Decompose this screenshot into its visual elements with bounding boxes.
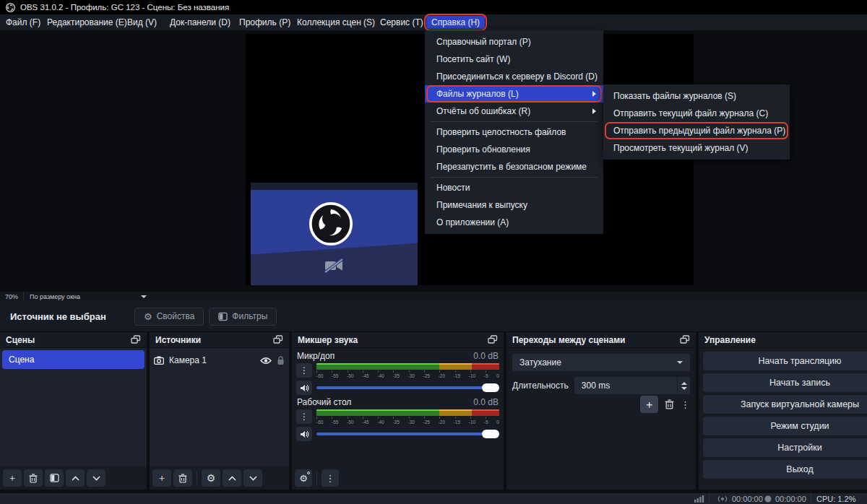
- menu-item-check-file-integrity[interactable]: Проверить целостность файлов: [425, 123, 603, 141]
- window-title: OBS 31.0.2 - Профиль: GC 123 - Сцены: Бе…: [20, 3, 229, 12]
- exit-button[interactable]: Выход: [703, 460, 867, 479]
- menu-item-release-notes[interactable]: Примечания к выпуску: [425, 196, 603, 214]
- menu-edit[interactable]: Редактирование (E): [43, 14, 131, 30]
- menu-item-help-portal[interactable]: Справочный портал (P): [425, 33, 603, 51]
- status-bar: 00:00:00 00:00:00 CPU: 1.2%: [0, 493, 867, 504]
- menu-file[interactable]: Файл (F): [1, 14, 45, 30]
- menu-tools[interactable]: Сервис (T): [376, 14, 428, 30]
- filter-square-icon: [50, 474, 59, 482]
- source-move-up-button[interactable]: [223, 469, 241, 487]
- menu-profile[interactable]: Профиль (P): [235, 14, 295, 30]
- source-move-down-button[interactable]: [243, 469, 262, 487]
- menu-help[interactable]: Справка (H): [426, 16, 485, 29]
- add-source-button[interactable]: ＋: [152, 469, 171, 487]
- channel-options-button[interactable]: ⋮: [296, 363, 312, 378]
- slider-track[interactable]: [316, 433, 499, 435]
- lock-icon[interactable]: [277, 356, 285, 365]
- submenu-arrow-icon: [592, 108, 596, 114]
- channel-options-button[interactable]: ⋮: [296, 409, 312, 424]
- add-scene-button[interactable]: ＋: [3, 469, 22, 487]
- spin-down-icon[interactable]: [681, 387, 687, 390]
- settings-button[interactable]: Настройки: [703, 438, 867, 457]
- transition-options-button[interactable]: ⋮: [681, 399, 690, 410]
- sources-list: Камера 1: [150, 348, 289, 466]
- zoom-fit-dropdown[interactable]: По размеру окна: [24, 293, 152, 300]
- remove-scene-button[interactable]: [24, 469, 43, 487]
- kebab-dots-icon: ⋮: [300, 365, 309, 375]
- remove-transition-button[interactable]: [665, 399, 674, 409]
- scene-move-down-button[interactable]: [87, 469, 105, 487]
- submenu-item-upload-current-log[interactable]: Отправить текущий файл журнала (C): [603, 105, 790, 122]
- signal-bars-icon: [694, 495, 704, 503]
- menu-view[interactable]: Вид (V): [123, 14, 161, 30]
- spin-up-icon[interactable]: [681, 382, 687, 385]
- channel-mute-button[interactable]: [296, 427, 312, 441]
- slider-track[interactable]: [316, 386, 499, 389]
- record-time: 00:00:00: [775, 495, 806, 503]
- sources-footer-toolbar: ＋ ⚙: [150, 466, 289, 490]
- menu-help-label: Справка (H): [431, 17, 480, 27]
- submenu-item-upload-previous-log[interactable]: Отправить предыдущий файл журнала (P): [603, 122, 790, 139]
- camera-off-icon: [324, 258, 343, 274]
- popout-icon[interactable]: [488, 335, 498, 344]
- camera-source-placeholder[interactable]: [251, 183, 418, 285]
- menu-item-crash-reports-label: Отчёты об ошибках (R): [436, 106, 530, 116]
- popout-icon[interactable]: [131, 335, 141, 344]
- submenu-item-show-log-files[interactable]: Показать файлы журналов (S): [603, 87, 790, 105]
- plus-icon: ＋: [158, 472, 167, 485]
- eye-visible-icon[interactable]: [260, 357, 272, 365]
- scene-move-up-button[interactable]: [66, 469, 85, 487]
- remove-source-button[interactable]: [173, 469, 192, 487]
- plus-icon: ＋: [644, 398, 655, 412]
- menu-item-restart-safe-mode[interactable]: Перезапустить в безопасном режиме: [425, 158, 603, 175]
- channel-mute-button[interactable]: [296, 381, 312, 395]
- zoom-level[interactable]: 70%: [0, 292, 24, 301]
- submenu-item-upload-previous-log-label: Отправить предыдущий файл журнала (P): [613, 126, 785, 136]
- volume-slider[interactable]: [316, 427, 499, 441]
- trash-icon: [665, 399, 674, 409]
- popout-icon[interactable]: [680, 335, 690, 344]
- menu-item-news[interactable]: Новости: [425, 179, 603, 196]
- menu-item-join-discord[interactable]: Присоединиться к серверу в Discord (D): [425, 68, 603, 85]
- spin-arrows[interactable]: [677, 377, 690, 394]
- slider-handle[interactable]: [482, 383, 499, 392]
- volume-slider[interactable]: [316, 381, 499, 395]
- menu-item-check-updates[interactable]: Проверить обновления: [425, 141, 603, 158]
- slider-handle[interactable]: [482, 430, 499, 438]
- menu-item-about[interactable]: О приложении (A): [425, 214, 603, 231]
- scene-filters-button[interactable]: [45, 469, 64, 487]
- start-virtual-camera-button[interactable]: Запуск виртуальной камеры: [703, 395, 867, 414]
- speaker-icon: [300, 384, 309, 392]
- studio-mode-button[interactable]: Режим студии: [703, 417, 867, 435]
- menu-scene-collection[interactable]: Коллекция сцен (S): [293, 14, 379, 30]
- source-list-item[interactable]: Камера 1: [154, 352, 285, 368]
- advanced-audio-button[interactable]: ⚙: [295, 469, 312, 487]
- start-streaming-button[interactable]: Начать трансляцию: [703, 352, 867, 370]
- mixer-options-button[interactable]: ⋮: [322, 469, 339, 487]
- transition-select[interactable]: Затухание: [512, 354, 690, 371]
- gear-icon: ⚙: [207, 472, 216, 484]
- menu-item-log-files[interactable]: Файлы журналов (L): [425, 85, 603, 103]
- submenu-item-view-current-log[interactable]: Просмотреть текущий журнал (V): [603, 139, 790, 157]
- channel-name: Рабочий стол: [297, 397, 351, 407]
- source-status-text: Источник не выбран: [10, 311, 126, 322]
- add-transition-button[interactable]: ＋: [640, 396, 658, 413]
- source-properties-button[interactable]: ⚙: [202, 469, 220, 487]
- menu-item-visit-website[interactable]: Посетить сайт (W): [425, 51, 603, 68]
- popout-icon[interactable]: [273, 335, 283, 344]
- filters-button[interactable]: Фильтры: [209, 308, 277, 326]
- sources-panel: Источники Камера 1 ＋: [150, 332, 289, 490]
- camera-icon: [154, 356, 164, 365]
- mixer-channel-mic: Микр/доп 0.0 dB ⋮ -60-55-50-45-40-35-30-…: [296, 351, 499, 395]
- properties-button[interactable]: ⚙ Свойства: [134, 308, 204, 326]
- menu-separator: [431, 121, 598, 122]
- menu-item-crash-reports[interactable]: Отчёты об ошибках (R): [425, 103, 603, 120]
- audio-mixer-panel: Микшер звука Микр/доп 0.0 dB ⋮: [292, 332, 504, 490]
- scene-list-item[interactable]: Сцена: [2, 350, 144, 369]
- broadcast-icon: [717, 495, 728, 503]
- submenu-arrow-icon: [592, 91, 596, 97]
- menu-docks[interactable]: Док-панели (D): [165, 14, 235, 30]
- start-recording-button[interactable]: Начать запись: [703, 373, 867, 392]
- controls-panel-header: Управление: [699, 332, 867, 348]
- duration-spinbox[interactable]: 300 ms: [574, 377, 690, 394]
